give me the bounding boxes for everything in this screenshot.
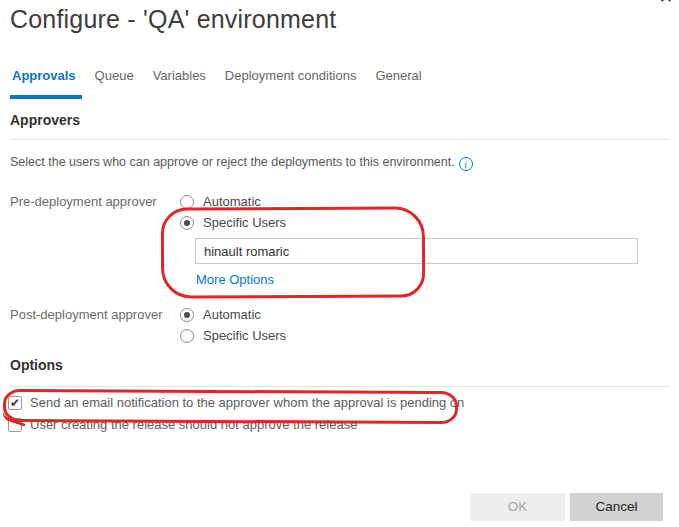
- post-specific-users-option[interactable]: Specific Users: [180, 328, 286, 343]
- approvers-heading: Approvers: [10, 112, 80, 128]
- tab-general[interactable]: General: [375, 68, 421, 93]
- post-deployment-approver-label: Post-deployment approver: [10, 307, 162, 322]
- pre-specific-users-option[interactable]: Specific Users: [180, 215, 286, 230]
- email-notification-checkbox[interactable]: [8, 396, 22, 410]
- ok-button[interactable]: OK: [470, 493, 565, 521]
- tab-queue[interactable]: Queue: [95, 68, 134, 93]
- post-automatic-option[interactable]: Automatic: [180, 307, 261, 322]
- cancel-button[interactable]: Cancel: [570, 493, 663, 521]
- pre-automatic-label: Automatic: [203, 194, 261, 209]
- options-heading: Options: [10, 357, 63, 373]
- post-specific-users-radio[interactable]: [180, 329, 194, 343]
- configure-environment-dialog: ✕ Configure - 'QA' environment Approvals…: [0, 0, 679, 527]
- self-approve-option[interactable]: User creating the release should not app…: [8, 417, 357, 432]
- divider: [10, 139, 670, 140]
- self-approve-label: User creating the release should not app…: [30, 417, 357, 432]
- pre-automatic-option[interactable]: Automatic: [180, 194, 261, 209]
- pre-deployment-approver-label: Pre-deployment approver: [10, 194, 157, 209]
- self-approve-checkbox[interactable]: [8, 418, 22, 432]
- pre-specific-users-radio[interactable]: [180, 216, 194, 230]
- dialog-title: Configure - 'QA' environment: [10, 5, 336, 34]
- close-icon[interactable]: ✕: [659, 0, 673, 6]
- info-icon[interactable]: i: [459, 157, 473, 171]
- approvers-description-text: Select the users who can approve or reje…: [10, 155, 455, 169]
- email-notification-label: Send an email notification to the approv…: [30, 395, 464, 410]
- tab-approvals[interactable]: Approvals: [12, 68, 76, 93]
- pre-specific-users-label: Specific Users: [203, 215, 286, 230]
- approvers-description: Select the users who can approve or reje…: [10, 155, 473, 171]
- post-specific-users-label: Specific Users: [203, 328, 286, 343]
- more-options-link[interactable]: More Options: [196, 272, 274, 287]
- tab-bar: Approvals Queue Variables Deployment con…: [12, 68, 422, 93]
- divider: [10, 386, 670, 387]
- pre-automatic-radio[interactable]: [180, 195, 194, 209]
- post-automatic-label: Automatic: [203, 307, 261, 322]
- post-automatic-radio[interactable]: [180, 308, 194, 322]
- tab-deployment-conditions[interactable]: Deployment conditions: [225, 68, 357, 93]
- tab-variables[interactable]: Variables: [153, 68, 206, 93]
- approver-input[interactable]: [195, 238, 638, 264]
- email-notification-option[interactable]: Send an email notification to the approv…: [8, 395, 464, 410]
